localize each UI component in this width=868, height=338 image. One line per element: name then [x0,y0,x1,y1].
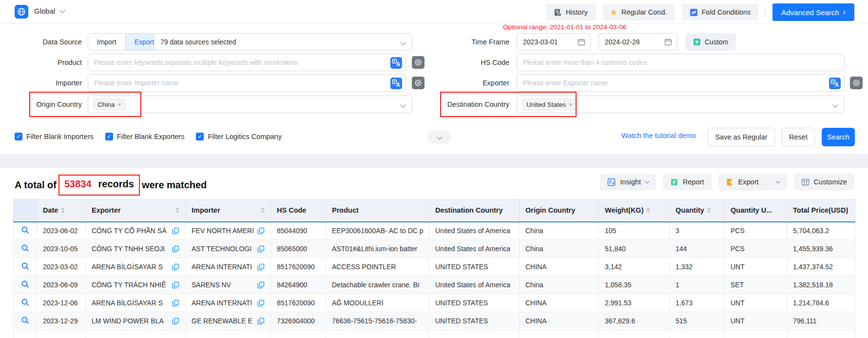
row-search-icon[interactable] [21,298,30,307]
importer-name-text: ARENA INTERNATI [192,263,254,271]
topbar-divider [765,6,766,18]
copy-icon[interactable] [172,263,179,271]
customize-button[interactable]: Customize [794,174,855,190]
copy-icon[interactable] [257,318,265,325]
row-search-icon[interactable] [21,262,30,271]
hs-code-column-header: HS Code [271,199,326,222]
row-search-icon[interactable] [21,244,30,253]
row-search-icon[interactable] [21,226,30,235]
importer-input[interactable] [88,75,405,91]
origin-country-select[interactable]: China × [88,96,412,113]
fold-conditions-button[interactable]: Fold Conditions [682,4,759,20]
hs-code-header-label: HS Code [277,206,306,214]
exporter-input[interactable] [517,75,844,91]
quantity-cell: 144 [670,240,725,258]
hs-code-cell: 85065000 [271,240,326,258]
exporter-name-text: ARENA BİLGİSAYAR S [92,263,169,271]
sort-icons[interactable] [707,207,711,213]
row-search-icon[interactable] [21,280,30,289]
custom-range-label: Custom [705,38,728,46]
row-search-icon[interactable] [21,316,30,325]
copy-icon[interactable] [257,281,265,289]
sort-icons[interactable] [261,207,265,213]
import-toggle[interactable]: Import [88,34,125,50]
sort-icons[interactable] [61,207,65,213]
sort-icons[interactable] [646,207,650,213]
collapse-form-toggle[interactable] [428,131,451,143]
records-table: Date Exporter Importer HS Code Product D… [13,199,855,338]
chevron-down-icon[interactable] [775,179,780,184]
translate-icon[interactable] [390,57,402,69]
weight-cell: 51,840 [599,240,670,258]
product-field-wrap [88,54,406,71]
hs-code-cell: 84264900 [271,276,326,294]
product-input[interactable] [88,54,405,71]
empty-cell [86,330,186,338]
copy-icon[interactable] [257,299,265,307]
filter-checkbox[interactable]: ✓Filter Blank Exporters [105,133,185,140]
filter-checkbox[interactable]: ✓Filter Blank Importers [15,133,94,140]
total-count: 53834 [64,179,92,190]
region-chevron-down-icon[interactable] [59,7,65,13]
origin-tag-text: China [97,101,115,108]
copy-icon[interactable] [172,299,179,307]
export-button[interactable]: Export [718,174,787,190]
tutorial-link[interactable]: Watch the tutorial demo [621,132,696,139]
history-button[interactable]: History [546,4,596,20]
weight-cell: 105 [599,222,670,240]
advanced-search-button[interactable]: Advanced Search › [772,3,854,21]
filter-checkbox[interactable]: ✓Filter Logitics Company [196,133,282,140]
translate-icon[interactable] [390,78,402,89]
row-search-cell[interactable] [14,222,37,240]
sort-icons[interactable] [175,207,179,213]
data-sources-select[interactable]: 79 data sources selected [154,33,412,51]
fold-icon [690,8,698,17]
copy-icon[interactable] [257,227,265,235]
destination-country-select[interactable]: United States × [517,96,845,113]
quantity-unit-cell: PCS [725,240,787,258]
hs-code-input[interactable] [517,54,844,71]
remove-tag-icon[interactable]: × [569,101,573,108]
date-to-input[interactable]: 2024-02-28 [598,33,677,51]
copy-icon[interactable] [172,281,179,289]
globe-logo-icon[interactable] [15,5,28,19]
copy-icon[interactable] [172,227,179,235]
product-cell: AĞ MODULLERİ [326,294,429,312]
copy-icon[interactable] [172,245,179,253]
weight-cell: 2,991.53 [599,294,670,312]
copy-icon[interactable] [257,245,265,253]
translate-icon[interactable] [829,78,841,89]
region-selector-label[interactable]: Global [34,7,55,15]
row-search-cell[interactable] [14,240,37,258]
export-button-label: Export [738,178,759,186]
empty-cell [14,330,37,338]
custom-range-button[interactable]: Custom [685,33,736,51]
date-from-value: 2023-03-01 [523,38,558,46]
star-icon: ★ [610,8,617,17]
trade-search-page: Global History ★ Regular Cond. Fold Cond… [0,0,868,338]
row-search-cell[interactable] [14,294,37,312]
importer-cell: FEV NORTH AMERI [186,222,271,240]
checkbox-checked-icon[interactable]: ✓ [105,133,113,140]
exporter-name-text: CÔNG TY TRÁCH NHIÊ [92,281,169,289]
row-search-cell[interactable] [14,312,37,330]
svg-text:BI: BI [613,182,616,185]
report-button[interactable]: Report [663,174,712,190]
copy-icon[interactable] [172,318,179,325]
row-search-cell[interactable] [14,258,37,276]
date-from-input[interactable]: 2023-03-01 [517,33,591,51]
calendar-icon[interactable] [664,38,672,46]
search-button[interactable]: Search [822,128,855,146]
insight-button[interactable]: BI Insight [600,174,656,190]
checkbox-checked-icon[interactable]: ✓ [15,133,22,140]
remove-tag-icon[interactable]: × [117,101,121,108]
checkbox-checked-icon[interactable]: ✓ [196,133,204,140]
regular-cond-button[interactable]: ★ Regular Cond. [602,4,675,20]
row-search-cell[interactable] [14,276,37,294]
copy-icon[interactable] [257,263,265,271]
reset-button[interactable]: Reset [782,128,815,146]
calendar-icon[interactable] [578,38,585,46]
save-as-regular-button[interactable]: Save as Regular [708,128,775,146]
table-row: 2023-06-09CÔNG TY TRÁCH NHIÊSARENS NV842… [14,276,855,294]
exclude-filter-icon[interactable] [850,77,863,89]
